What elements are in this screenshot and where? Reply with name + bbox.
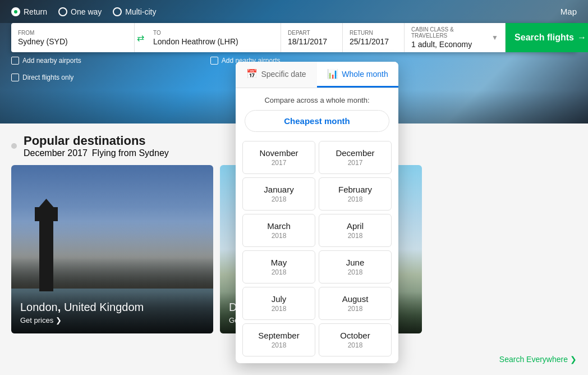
month-cell-september[interactable]: September2018 <box>242 323 315 356</box>
cabin-label: Cabin Class & Travellers <box>411 26 489 39</box>
cabin-inner: Cabin Class & Travellers 1 adult, Econom… <box>411 26 489 49</box>
month-year: 2018 <box>324 268 387 276</box>
london-get-prices[interactable]: Get prices ❯ <box>20 316 204 324</box>
month-year: 2018 <box>324 232 387 240</box>
popular-title: Popular destinations <box>24 134 169 148</box>
return-value: 25/11/2017 <box>350 37 397 46</box>
month-year: 2018 <box>247 195 310 203</box>
popular-month: December 2017 <box>24 148 88 158</box>
search-flights-label: Search flights <box>514 33 574 43</box>
month-name: August <box>324 294 387 304</box>
london-country-name: United Kingdom <box>64 301 144 313</box>
direct-flights-label: Direct flights only <box>22 74 74 81</box>
month-year: 2018 <box>247 305 310 313</box>
whole-month-popup[interactable]: 📅 Specific date 📊 Whole month Compare ac… <box>236 62 398 363</box>
cheapest-month-button[interactable]: Cheapest month <box>245 110 389 132</box>
month-cell-july[interactable]: July2018 <box>242 287 315 320</box>
depart-label: Depart <box>288 30 336 36</box>
cheapest-section: Compare across a whole month: Cheapest m… <box>236 88 398 138</box>
month-cell-august[interactable]: August2018 <box>319 287 392 320</box>
return-field[interactable]: Return 25/11/2017 <box>343 23 405 52</box>
nearby-from-label: Add nearby airports <box>22 57 81 65</box>
month-year: 2018 <box>324 195 387 203</box>
month-name: November <box>247 148 310 158</box>
month-cell-march[interactable]: March2018 <box>242 214 315 247</box>
month-cell-june[interactable]: June2018 <box>319 250 392 283</box>
month-cell-may[interactable]: May2018 <box>242 250 315 283</box>
compare-text: Compare across a whole month: <box>245 96 389 104</box>
swap-icon[interactable]: ⇄ <box>135 23 146 52</box>
radio-oneway-label: One way <box>71 7 102 16</box>
checkbox-box-nearby-from <box>11 57 19 65</box>
month-name: December <box>324 148 387 158</box>
depart-value: 18/11/2017 <box>288 37 336 46</box>
month-cell-november[interactable]: November2017 <box>242 141 315 174</box>
london-card-overlay: London, United Kingdom Get prices ❯ <box>11 292 213 333</box>
cabin-field[interactable]: Cabin Class & Travellers 1 adult, Econom… <box>405 23 506 52</box>
popular-title-group: Popular destinations December 2017 Flyin… <box>24 134 169 158</box>
month-year: 2018 <box>324 341 387 349</box>
to-label: To <box>153 30 274 36</box>
month-name: July <box>247 294 310 304</box>
month-name: April <box>324 221 387 231</box>
add-nearby-from-checkbox[interactable]: Add nearby airports <box>11 57 81 65</box>
destination-card-london[interactable]: London, United Kingdom Get prices ❯ <box>11 165 213 333</box>
london-city-label: London, United Kingdom <box>20 301 204 314</box>
search-everywhere-link[interactable]: Search Everywhere ❯ <box>499 355 577 364</box>
to-field[interactable]: To London Heathrow (LHR) <box>146 23 281 52</box>
radio-oneway[interactable]: One way <box>58 7 102 16</box>
month-grid: November2017December2017January2018Febru… <box>236 138 398 363</box>
depart-field[interactable]: Depart 18/11/2017 <box>281 23 343 52</box>
radio-return-label: Return <box>24 7 47 16</box>
cabin-dropdown-arrow: ▼ <box>491 34 498 42</box>
search-everywhere-label: Search Everywhere <box>499 355 568 364</box>
trip-type-selector: Return One way Multi-city <box>11 7 157 16</box>
month-cell-october[interactable]: October2018 <box>319 323 392 356</box>
search-everywhere-arrow: ❯ <box>570 355 577 364</box>
month-year: 2018 <box>247 268 310 276</box>
month-year: 2017 <box>247 159 310 167</box>
radio-multicity-label: Multi-city <box>125 7 156 16</box>
top-nav: Return One way Multi-city Map <box>0 0 588 23</box>
month-year: 2018 <box>247 341 310 349</box>
calendar-icon: 📅 <box>246 68 258 79</box>
popular-meta: December 2017 Flying from Sydney <box>24 148 169 158</box>
month-name: September <box>247 331 310 340</box>
popular-dot-icon <box>11 143 17 149</box>
map-button[interactable]: Map <box>561 7 577 16</box>
popup-tabs: 📅 Specific date 📊 Whole month <box>236 62 398 88</box>
return-label: Return <box>350 30 397 36</box>
from-label: From <box>18 30 127 36</box>
month-cell-february[interactable]: February2018 <box>319 177 392 211</box>
chart-icon: 📊 <box>327 68 338 79</box>
tab-specific-date[interactable]: 📅 Specific date <box>236 62 317 88</box>
search-flights-button[interactable]: Search flights → <box>506 23 588 52</box>
radio-return-circle <box>11 7 20 16</box>
month-cell-april[interactable]: April2018 <box>319 214 392 247</box>
radio-return[interactable]: Return <box>11 7 47 16</box>
month-name: March <box>247 221 310 231</box>
popular-from: Flying from Sydney <box>92 148 169 158</box>
checkbox-box-nearby-to <box>210 57 218 65</box>
radio-multicity[interactable]: Multi-city <box>113 7 156 16</box>
tab-whole-label: Whole month <box>342 70 388 79</box>
from-field[interactable]: From Sydney (SYD) <box>11 23 135 52</box>
bigben-silhouette <box>39 218 53 291</box>
tab-whole-month[interactable]: 📊 Whole month <box>317 62 398 88</box>
search-bar: From Sydney (SYD) ⇄ To London Heathrow (… <box>11 23 577 52</box>
month-year: 2018 <box>324 305 387 313</box>
from-value: Sydney (SYD) <box>18 37 127 46</box>
london-chevron-icon: ❯ <box>56 316 62 324</box>
month-cell-january[interactable]: January2018 <box>242 177 315 211</box>
checkbox-box-direct <box>11 74 19 81</box>
search-arrow-icon: → <box>577 33 586 43</box>
tab-specific-label: Specific date <box>261 70 306 79</box>
month-name: February <box>324 185 387 194</box>
month-cell-december[interactable]: December2017 <box>319 141 392 174</box>
month-name: January <box>247 185 310 194</box>
direct-flights-checkbox[interactable]: Direct flights only <box>11 74 74 81</box>
radio-oneway-circle <box>58 7 67 16</box>
radio-multicity-circle <box>113 7 122 16</box>
month-name: October <box>324 331 387 340</box>
london-city-name: London <box>20 301 58 313</box>
